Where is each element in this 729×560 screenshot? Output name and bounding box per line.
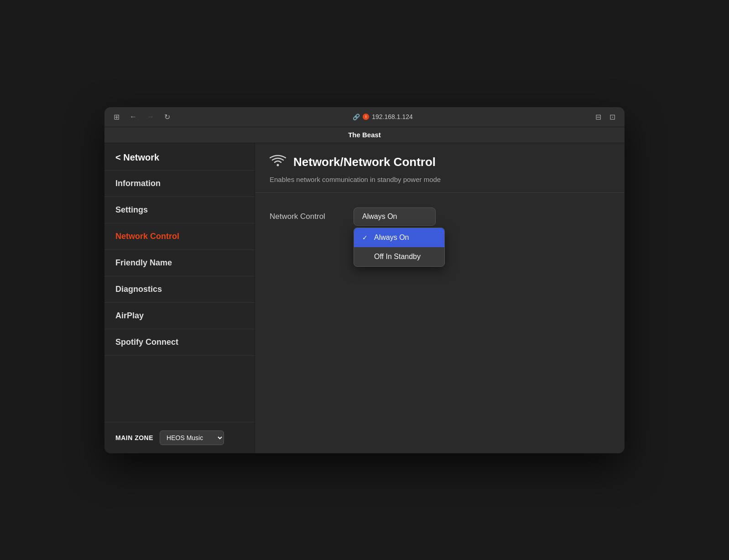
sidebar-footer: MAIN ZONE HEOS Music Zone 2 bbox=[104, 422, 255, 453]
sidebar-back-button[interactable]: < Network bbox=[104, 143, 255, 171]
empty-checkmark bbox=[362, 253, 370, 260]
link-icon: 🔗 bbox=[353, 114, 360, 120]
dropdown-container: Always On ✓ Always On Off In Standby bbox=[354, 207, 436, 226]
sidebar-toggle-icon[interactable]: ⊞ bbox=[112, 112, 121, 122]
detail-panel: Network/Network Control Enables network … bbox=[255, 143, 625, 453]
detail-body: Network Control Always On ✓ Always On bbox=[255, 193, 625, 240]
wifi-icon bbox=[270, 154, 286, 170]
refresh-icon[interactable]: ↻ bbox=[162, 112, 172, 122]
detail-header: Network/Network Control Enables network … bbox=[255, 143, 625, 193]
network-control-dropdown[interactable]: Always On bbox=[354, 207, 436, 226]
svg-point-0 bbox=[277, 164, 279, 166]
back-icon[interactable]: ← bbox=[128, 112, 139, 122]
detail-title: Network/Network Control bbox=[293, 155, 436, 169]
main-window: ⊞ ← → ↻ 🔗 ! 192.168.1.124 ⊟ ⊡ The Beast … bbox=[104, 107, 625, 453]
address-text: 192.168.1.124 bbox=[372, 113, 413, 120]
window-title-bar: The Beast bbox=[104, 127, 625, 143]
detail-subtitle: Enables network communication in standby… bbox=[270, 176, 610, 183]
zone-label: MAIN ZONE bbox=[115, 434, 153, 441]
toolbar-left: ⊞ ← → ↻ bbox=[112, 112, 172, 122]
dropdown-menu: ✓ Always On Off In Standby bbox=[354, 228, 445, 267]
sidebar-item-spotify-connect[interactable]: Spotify Connect bbox=[104, 329, 255, 356]
checkmark-icon: ✓ bbox=[362, 234, 370, 241]
zone-select[interactable]: HEOS Music Zone 2 bbox=[160, 430, 224, 445]
sidebar-nav: Information Settings Network Control Fri… bbox=[104, 171, 255, 422]
dropdown-item-label: Off In Standby bbox=[374, 253, 421, 261]
window-title: The Beast bbox=[348, 131, 381, 139]
dropdown-item-off-in-standby[interactable]: Off In Standby bbox=[354, 247, 444, 266]
split-view-icon[interactable]: ⊡ bbox=[608, 112, 617, 122]
sidebar-item-friendly-name[interactable]: Friendly Name bbox=[104, 250, 255, 276]
sidebar-item-diagnostics[interactable]: Diagnostics bbox=[104, 276, 255, 303]
sidebar-item-airplay[interactable]: AirPlay bbox=[104, 303, 255, 329]
toolbar: ⊞ ← → ↻ 🔗 ! 192.168.1.124 ⊟ ⊡ bbox=[104, 107, 625, 127]
network-control-label: Network Control bbox=[270, 212, 343, 221]
dropdown-item-always-on[interactable]: ✓ Always On bbox=[354, 228, 444, 247]
sidebar: < Network Information Settings Network C… bbox=[104, 143, 255, 453]
detail-header-title-row: Network/Network Control bbox=[270, 154, 610, 170]
forward-icon[interactable]: → bbox=[145, 112, 156, 122]
setting-row: Network Control Always On ✓ Always On bbox=[270, 207, 610, 226]
toolbar-right: ⊟ ⊡ bbox=[594, 112, 617, 122]
main-content: < Network Information Settings Network C… bbox=[104, 143, 625, 453]
settings-icon[interactable]: ⊟ bbox=[594, 112, 603, 122]
sidebar-item-network-control[interactable]: Network Control bbox=[104, 223, 255, 250]
alert-icon: ! bbox=[363, 114, 369, 120]
sidebar-item-settings[interactable]: Settings bbox=[104, 197, 255, 223]
dropdown-selected-text: Always On bbox=[362, 213, 397, 221]
address-bar: 🔗 ! 192.168.1.124 bbox=[353, 113, 413, 120]
sidebar-item-information[interactable]: Information bbox=[104, 171, 255, 197]
dropdown-item-label: Always On bbox=[374, 233, 409, 242]
